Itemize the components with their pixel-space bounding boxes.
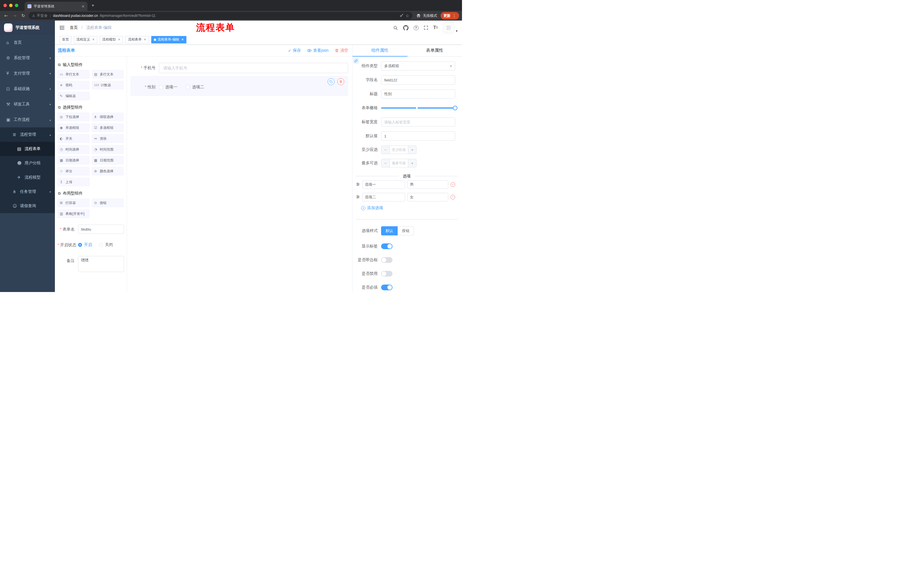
sidebar-item-leave-query[interactable]: ☺ 请假查询	[0, 199, 55, 213]
tab-component-props[interactable]: 组件属性	[353, 44, 408, 56]
sidebar-item-system[interactable]: ⚙ 系统管理 ▾	[0, 50, 55, 66]
palette-item-checkbox-group[interactable]: ☑多选框组	[92, 123, 124, 132]
app-logo[interactable]: 芋道管理系统	[0, 21, 55, 35]
github-icon[interactable]	[403, 25, 409, 31]
default-value-input[interactable]	[381, 132, 455, 141]
close-tag-icon[interactable]: ✕	[118, 38, 120, 41]
gender-field-selected[interactable]: 性别 选项一 选项二	[130, 76, 348, 96]
minus-button[interactable]: −	[381, 159, 389, 167]
palette-item-color-picker[interactable]: ⊚颜色选择	[92, 167, 124, 175]
password-key-icon[interactable]	[400, 13, 404, 18]
palette-item-time-picker[interactable]: ◷时间选择	[58, 145, 89, 154]
hamburger-icon[interactable]	[59, 25, 65, 30]
palette-item-upload[interactable]: ↥上传	[58, 178, 89, 186]
palette-item-row-container[interactable]: ⊞行容器	[58, 199, 89, 207]
view-json-button[interactable]: 查看json	[307, 48, 328, 53]
option-value-input[interactable]	[408, 180, 448, 189]
font-size-icon[interactable]: TT	[433, 25, 438, 30]
back-icon[interactable]: ←	[3, 13, 9, 18]
min-checked-input[interactable]	[390, 146, 408, 154]
slider-handle[interactable]	[453, 106, 457, 110]
palette-item-table[interactable]: ▥表格[开发中]	[58, 209, 89, 218]
sidebar-item-workflow[interactable]: ▣ 工作流程 ▴	[0, 112, 55, 127]
sidebar-item-user-group[interactable]: ☻ 用户分组	[0, 156, 55, 170]
phone-field[interactable]: 手机号	[130, 63, 348, 73]
sidebar-item-home[interactable]: ⌂ 首页	[0, 35, 55, 50]
palette-item-editor[interactable]: ✎编辑器	[58, 92, 89, 100]
palette-item-password[interactable]: ∗密码	[58, 81, 89, 89]
user-avatar-wrap[interactable]: ▾	[443, 22, 457, 33]
update-browser-button[interactable]: 更新 ⋮	[441, 12, 459, 20]
component-type-select[interactable]: 多选框组 ▼	[381, 61, 455, 71]
breadcrumb-home[interactable]: 首页	[70, 25, 78, 30]
title-input[interactable]	[381, 89, 455, 99]
option-label-input[interactable]	[362, 193, 405, 201]
palette-item-cascader[interactable]: ⋔级联选择	[92, 113, 124, 121]
new-tab-button[interactable]: +	[91, 3, 94, 8]
tab-form-props[interactable]: 表单属性	[408, 44, 462, 56]
palette-item-rate[interactable]: ☆评分	[58, 167, 89, 175]
sidebar-item-dev-tools[interactable]: ⚒ 研发工具 ▾	[0, 97, 55, 112]
label-width-input[interactable]	[381, 117, 455, 127]
link-icon[interactable]	[353, 58, 359, 64]
reload-icon[interactable]: ↻	[20, 13, 26, 18]
sidebar-item-task-management[interactable]: ⋔ 任务管理 ▾	[0, 184, 55, 199]
grid-slider[interactable]	[381, 104, 455, 113]
tag-home[interactable]: 首页	[59, 36, 71, 43]
copy-component-button[interactable]	[328, 78, 335, 85]
close-tab-icon[interactable]: ✕	[81, 4, 85, 8]
avatar[interactable]	[443, 22, 454, 33]
delete-component-button[interactable]	[337, 78, 344, 85]
required-toggle[interactable]	[381, 285, 393, 290]
style-default-button[interactable]: 默认	[381, 226, 398, 235]
sidebar-item-process-model[interactable]: ✈ 流程模型	[0, 170, 55, 184]
plus-button[interactable]: +	[408, 159, 416, 167]
option-label-input[interactable]	[362, 180, 405, 189]
option-value-input[interactable]	[408, 193, 448, 201]
form-name-input[interactable]	[78, 225, 124, 234]
palette-item-date-picker[interactable]: ▦日期选择	[58, 156, 89, 165]
help-icon[interactable]: ?	[414, 25, 419, 30]
palette-item-single-line-text[interactable]: ▭单行文本	[58, 70, 89, 79]
close-tag-icon[interactable]: ✕	[144, 38, 146, 41]
palette-item-counter[interactable]: 123计数器	[92, 81, 124, 89]
address-bar[interactable]: ⚠ 不安全 | dashboard.yudao.iocoder.cn/bpm/m…	[29, 12, 412, 20]
form-remark-textarea[interactable]: 嘿嘿	[78, 256, 124, 272]
style-button-button[interactable]: 按钮	[398, 226, 414, 235]
close-tag-icon[interactable]: ✕	[92, 38, 95, 41]
forward-icon[interactable]: →	[12, 13, 18, 18]
close-window-icon[interactable]	[3, 4, 7, 7]
fullscreen-icon[interactable]	[424, 25, 428, 30]
phone-field-input[interactable]	[159, 63, 348, 73]
search-icon[interactable]	[393, 25, 398, 30]
status-on-radio[interactable]: 开启	[78, 242, 92, 247]
palette-item-multi-line-text[interactable]: ▤多行文本	[92, 70, 124, 79]
tag-process-form[interactable]: 流程表单 ✕	[125, 36, 148, 43]
clear-button[interactable]: 清空	[335, 48, 348, 53]
gender-option-1-checkbox[interactable]: 选项一	[159, 85, 177, 90]
field-name-input[interactable]	[381, 76, 455, 85]
sidebar-item-process-form[interactable]: ▤ 流程表单	[0, 142, 55, 156]
minimize-window-icon[interactable]	[9, 4, 13, 7]
disabled-toggle[interactable]	[381, 271, 393, 276]
drag-handle-icon[interactable]	[356, 182, 360, 187]
palette-item-slider[interactable]: ↭滑块	[92, 134, 124, 143]
palette-item-time-range[interactable]: ◔时间范围	[92, 145, 124, 154]
palette-item-switch[interactable]: ◐开关	[58, 134, 89, 143]
tag-process-definition[interactable]: 流程定义 ✕	[74, 36, 97, 43]
plus-button[interactable]: +	[408, 146, 416, 154]
browser-tab[interactable]: 芋道管理系统 ✕	[25, 2, 87, 11]
remove-option-icon[interactable]: −	[450, 182, 455, 187]
sidebar-item-infrastructure[interactable]: ⊡ 基础设施 ▾	[0, 81, 55, 97]
show-label-toggle[interactable]	[381, 243, 393, 249]
palette-item-radio-group[interactable]: ◉单选框组	[58, 123, 89, 132]
border-toggle[interactable]	[381, 257, 393, 263]
gender-option-2-checkbox[interactable]: 选项二	[186, 85, 204, 90]
form-canvas[interactable]: 手机号	[127, 57, 352, 292]
avatar-caret-icon[interactable]: ▾	[456, 29, 457, 33]
add-option-button[interactable]: + 添加选项	[361, 206, 462, 211]
bookmark-star-icon[interactable]: ☆	[405, 13, 409, 18]
tag-process-form-edit[interactable]: 流程表单-编辑 ✕	[151, 36, 186, 43]
sidebar-item-payment[interactable]: ¥ 支付管理 ▾	[0, 66, 55, 81]
zoom-window-icon[interactable]	[15, 4, 18, 7]
